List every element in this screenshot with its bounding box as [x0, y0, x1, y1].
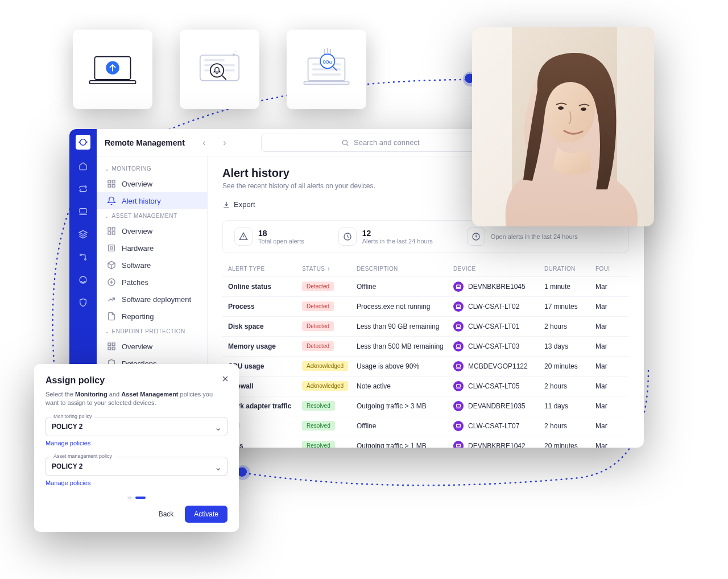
rail-sync-icon[interactable] — [77, 183, 89, 195]
table-header-row: ALERT TYPE STATUS↑ DESCRIPTION DEVICE DU… — [222, 261, 629, 276]
sidebar-item-reporting[interactable]: Reporting — [97, 308, 207, 325]
svg-rect-55 — [472, 27, 512, 226]
svg-point-25 — [342, 140, 347, 144]
app-logo-icon[interactable] — [76, 135, 90, 150]
cell-alert-type: Firewall — [228, 382, 302, 390]
cell-device[interactable]: DEVNBKBRE1045 — [453, 282, 544, 292]
sidebar-item-alert-history[interactable]: Alert history — [97, 192, 207, 209]
cell-device[interactable]: CLW-CSAT-LT05 — [453, 381, 544, 391]
assign-policy-dialog: Assign policy Select the Monitoring and … — [34, 364, 239, 532]
cell-found: Mar — [595, 303, 618, 311]
cell-duration: 17 minutes — [544, 303, 595, 311]
col-device[interactable]: DEVICE — [453, 266, 544, 272]
rail-flow-icon[interactable] — [77, 251, 89, 263]
sidebar-item-label: Reporting — [122, 312, 154, 321]
nav-forward-button[interactable]: › — [218, 136, 231, 150]
grid-icon — [107, 342, 116, 351]
sidebar-item-software-deployment[interactable]: Software deployment — [97, 291, 207, 308]
svg-rect-37 — [108, 343, 111, 346]
cell-found: Mar — [595, 442, 618, 448]
cell-alert-type: Online status — [228, 283, 302, 291]
sidebar-item-overview[interactable]: Overview — [97, 222, 207, 239]
table-row[interactable]: Disk spaceDetectedLess than 90 GB remain… — [222, 316, 629, 336]
cell-duration: 20 minutes — [544, 442, 595, 448]
manage-policies-link[interactable]: Manage policies — [46, 479, 91, 486]
cell-alert-type: Process — [228, 303, 302, 311]
patch-icon — [107, 278, 116, 287]
cell-duration: 1 minute — [544, 283, 595, 291]
table-row[interactable]: vallResolvedOfflineCLW-CSAT-LT072 hoursM… — [222, 416, 629, 436]
sidebar-item-software[interactable]: Software — [97, 257, 207, 274]
sidebar-item-label: Overview — [122, 227, 152, 235]
feature-cards: 00o — [73, 30, 366, 109]
device-icon — [453, 301, 464, 312]
device-icon — [453, 341, 464, 351]
export-icon — [222, 201, 230, 209]
col-description[interactable]: DESCRIPTION — [357, 266, 453, 272]
cell-device[interactable]: MCBDEVGOP1122 — [453, 361, 544, 371]
activate-button[interactable]: Activate — [185, 506, 228, 523]
rail-shield-icon[interactable] — [77, 296, 89, 309]
table-row[interactable]: ProcessDetectedProcess.exe not runningCL… — [222, 296, 629, 316]
manage-policies-link[interactable]: Manage policies — [46, 440, 91, 446]
sidebar-section-header[interactable]: ⌄ MONITORING — [97, 162, 207, 175]
sidebar-item-label: Alert history — [122, 197, 161, 205]
search-input[interactable]: Search and connect — [261, 134, 500, 152]
policy-select[interactable]: POLICY 2 — [46, 417, 228, 436]
sidebar-item-patches[interactable]: Patches — [97, 274, 207, 291]
sidebar-item-hardware[interactable]: Hardware — [97, 239, 207, 257]
cell-device[interactable]: CLW-CSAT-LT02 — [453, 301, 544, 312]
back-button[interactable]: Back — [153, 506, 180, 523]
sidebar-section-header[interactable]: ⌄ ASSET MANAGEMENT — [97, 209, 207, 222]
svg-point-22 — [80, 254, 82, 256]
policy-select[interactable]: POLICY 2 — [46, 457, 228, 476]
cell-status: Detected — [302, 282, 357, 291]
svg-point-57 — [558, 106, 564, 110]
rail-devices-icon[interactable] — [77, 205, 89, 218]
rail-layers-icon[interactable] — [77, 228, 89, 241]
col-alert-type[interactable]: ALERT TYPE — [228, 266, 302, 272]
table-row[interactable]: Memory usageDetectedLess than 500 MB rem… — [222, 336, 629, 356]
cell-device[interactable]: DEVANDBRE1035 — [453, 401, 544, 411]
feature-card-monitor: 00o — [287, 30, 366, 109]
sidebar-section-header[interactable]: ⌄ ENDPOINT PROTECTION — [97, 325, 207, 338]
deploy-icon — [107, 295, 116, 304]
device-icon — [453, 321, 464, 332]
table-row[interactable]: Online statusDetectedOfflineDEVNBKBRE104… — [222, 276, 629, 296]
col-status[interactable]: STATUS↑ — [302, 266, 357, 272]
svg-rect-31 — [112, 228, 115, 230]
svg-text:00o: 00o — [323, 59, 333, 65]
kpi-label: Open alerts in the last 24 hours — [491, 233, 578, 240]
cell-status: Acknowledged — [302, 381, 357, 391]
svg-point-23 — [85, 259, 86, 260]
table-row[interactable]: FirewallAcknowledgedNote activeCLW-CSAT-… — [222, 376, 629, 396]
cell-device[interactable]: CLW-CSAT-LT07 — [453, 421, 544, 431]
cell-device[interactable]: CLW-CSAT-LT01 — [453, 321, 544, 332]
cell-description: Outgoing traffic > 1 MB — [357, 442, 453, 448]
export-button[interactable]: Export — [222, 200, 255, 209]
col-found[interactable]: FOUI — [595, 266, 618, 272]
rail-support-icon[interactable] — [77, 274, 89, 286]
col-duration[interactable]: DURATION — [544, 266, 595, 272]
cell-device[interactable]: DEVNBKBRE1042 — [453, 441, 544, 448]
clock-icon — [338, 228, 357, 246]
cell-alert-type: cess — [228, 442, 302, 448]
svg-rect-33 — [112, 231, 115, 234]
dialog-description: Select the Monitoring and Asset Manageme… — [46, 390, 228, 408]
policy-select-field: Asset management policyPOLICY 2⌄ — [46, 457, 228, 476]
dialog-close-button[interactable] — [221, 374, 230, 386]
cell-alert-type: Memory usage — [228, 342, 302, 350]
table-row[interactable]: work adapter trafficResolvedOutgoing tra… — [222, 396, 629, 416]
sidebar-item-overview[interactable]: Overview — [97, 175, 207, 192]
sidebar-item-label: Overview — [122, 342, 152, 351]
search-icon — [341, 139, 349, 147]
cell-device[interactable]: CLW-CSAT-LT03 — [453, 341, 544, 351]
cell-found: Mar — [595, 402, 618, 410]
table-row[interactable]: cessResolvedOutgoing traffic > 1 MBDEVNB… — [222, 436, 629, 448]
monitor-search-icon: 00o — [301, 44, 352, 95]
table-row[interactable]: CPU usageAcknowledgedUsage is above 90%M… — [222, 356, 629, 376]
device-icon — [453, 441, 464, 448]
sidebar-item-overview[interactable]: Overview — [97, 338, 207, 355]
rail-home-icon[interactable] — [77, 160, 89, 172]
nav-back-button[interactable]: ‹ — [197, 136, 211, 150]
